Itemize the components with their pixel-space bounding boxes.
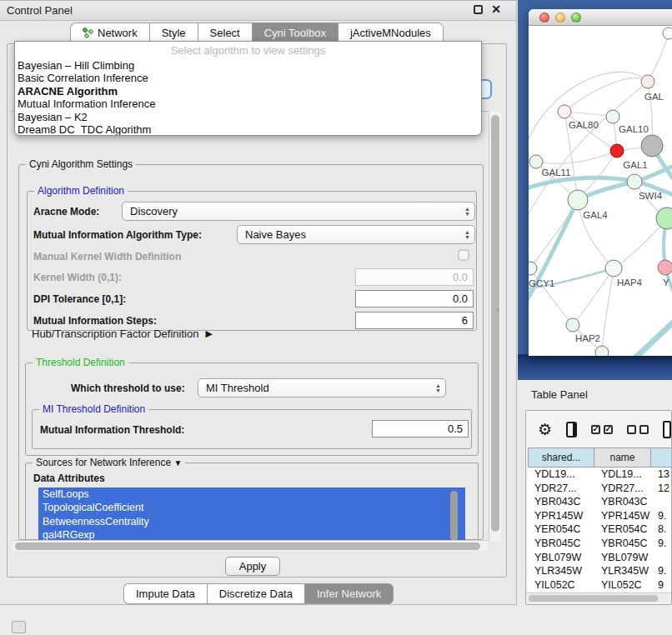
table-cell[interactable]: 9. <box>651 509 672 523</box>
network-node[interactable] <box>641 135 663 157</box>
table-row[interactable]: YBR043CYBR043C <box>528 495 672 509</box>
network-edge[interactable] <box>536 151 617 163</box>
minimize-traffic-light[interactable] <box>555 12 565 22</box>
table-row[interactable]: YPR145WYPR145W9. <box>528 509 672 523</box>
close-icon[interactable]: ✕ <box>491 5 501 14</box>
table-column-header[interactable]: name <box>594 448 651 468</box>
network-node[interactable] <box>663 28 672 39</box>
network-canvas[interactable]: GALGAL80GAL10GAL1SWI4GAL11GAL4GCY1HAP4YH… <box>529 26 672 356</box>
table-cell[interactable]: YLR345W <box>528 564 594 578</box>
sources-group-title[interactable]: Sources for Network Inference ▼ <box>33 457 185 468</box>
algorithm-option[interactable]: Basic Correlation Inference <box>15 72 481 84</box>
network-edge[interactable] <box>602 268 614 352</box>
algorithm-option[interactable]: ARACNE Algorithm <box>15 85 481 98</box>
network-edge[interactable] <box>648 33 669 82</box>
table-cell[interactable]: YER054C <box>594 522 651 537</box>
zoom-traffic-light[interactable] <box>571 12 581 22</box>
table-cell[interactable] <box>651 551 672 565</box>
table-cell[interactable]: 9 <box>651 578 672 592</box>
table-cell[interactable]: YDR27... <box>594 482 651 496</box>
network-node[interactable] <box>568 190 588 210</box>
scrollbar-thumb[interactable] <box>529 595 658 602</box>
scrollbar-thumb[interactable] <box>491 115 499 532</box>
attribute-list-scrollbar[interactable] <box>450 491 458 541</box>
attribute-list-item[interactable]: BetweennessCentrality <box>38 515 465 528</box>
network-node[interactable] <box>595 346 609 356</box>
network-node[interactable] <box>529 262 537 275</box>
table-cell[interactable]: 13 <box>651 468 672 482</box>
table-cell[interactable]: YDL19... <box>594 468 651 482</box>
algorithm-option[interactable]: Bayesian – Hill Climbing <box>15 59 481 72</box>
table-row[interactable]: YDR27...YDR27...12 <box>528 482 672 496</box>
document-icon[interactable] <box>663 421 671 438</box>
network-edge-highlighted[interactable] <box>529 200 578 306</box>
table-cell[interactable]: YIL052C <box>594 578 651 592</box>
network-node[interactable] <box>529 155 543 168</box>
tab-infer-network[interactable]: Infer Network <box>304 583 394 604</box>
settings-horizontal-scrollbar[interactable] <box>13 540 488 551</box>
tab-impute-data[interactable]: Impute Data <box>123 583 207 604</box>
aracne-mode-combo[interactable]: Discovery ▲▼ <box>122 202 475 221</box>
table-cell[interactable]: YBL079W <box>594 551 651 565</box>
table-horizontal-scrollbar[interactable] <box>526 592 671 602</box>
algorithm-option[interactable]: Bayesian – K2 <box>15 111 481 123</box>
table-row[interactable]: YER054CYER054C8. <box>528 522 672 537</box>
network-edge[interactable] <box>530 268 573 325</box>
network-node[interactable] <box>641 75 654 88</box>
table-cell[interactable]: 9. <box>651 537 672 551</box>
settings-vertical-scrollbar[interactable] <box>489 112 501 542</box>
algorithm-option[interactable]: Dream8 DC_TDC Algorithm <box>15 123 481 136</box>
deselect-all-checks-icon[interactable] <box>627 425 649 434</box>
table-cell[interactable]: YIL052C <box>528 578 594 592</box>
gear-icon[interactable]: ⚙ <box>538 422 552 438</box>
table-cell[interactable]: YBR045C <box>594 537 651 551</box>
table-cell[interactable] <box>651 495 672 509</box>
table-row[interactable]: YDL19...YDL19...13 <box>528 468 672 482</box>
mi-threshold-field[interactable]: 0.5 <box>372 420 469 438</box>
hub-definition-toggle[interactable]: Hub/Transcription Factor Definition ▶ <box>32 328 213 340</box>
network-edge[interactable] <box>564 112 613 117</box>
table-cell[interactable]: YER054C <box>528 522 594 537</box>
network-edge[interactable] <box>564 78 648 112</box>
attribute-list-item[interactable]: SelfLoops <box>38 488 465 501</box>
table-row[interactable]: YLR345WYLR345W9. <box>528 564 672 578</box>
network-node[interactable] <box>566 318 579 332</box>
table-column-header[interactable]: shared... <box>528 448 594 468</box>
table-row[interactable]: YIL052CYIL052C9 <box>528 578 672 592</box>
table-cell[interactable]: 12 <box>651 482 672 496</box>
algorithm-option[interactable]: Mutual Information Inference <box>15 98 481 110</box>
table-cell[interactable]: YPR145W <box>528 509 594 523</box>
table-cell[interactable]: YDR27... <box>528 482 594 496</box>
table-column-header[interactable]: A <box>651 448 672 468</box>
close-traffic-light[interactable] <box>539 12 549 22</box>
table-row[interactable]: YBR045CYBR045C9. <box>528 537 672 551</box>
mi-steps-field[interactable]: 6 <box>355 312 474 329</box>
network-node[interactable] <box>606 110 619 123</box>
table-cell[interactable]: 8. <box>651 522 672 537</box>
network-node[interactable] <box>658 260 672 275</box>
table-cell[interactable]: YDL19... <box>528 468 594 482</box>
network-edge-highlighted[interactable] <box>634 312 672 356</box>
columns-icon[interactable] <box>566 422 577 438</box>
attribute-list-item[interactable]: TopologicalCoefficient <box>38 501 465 514</box>
table-cell[interactable]: 9. <box>651 564 672 578</box>
dpi-tolerance-field[interactable]: 0.0 <box>355 290 474 308</box>
network-edge[interactable] <box>529 72 648 151</box>
network-node[interactable] <box>558 105 571 118</box>
network-edge[interactable] <box>573 268 614 325</box>
table-cell[interactable]: YBL079W <box>528 551 594 565</box>
apply-button[interactable]: Apply <box>225 557 280 576</box>
tab-discretize-data[interactable]: Discretize Data <box>207 583 304 604</box>
data-attributes-list[interactable]: SelfLoopsTopologicalCoefficientBetweenne… <box>38 488 465 544</box>
float-window-icon[interactable] <box>474 5 483 14</box>
split-pane-arrow[interactable]: › <box>496 305 499 314</box>
scrollbar-thumb[interactable] <box>15 542 480 550</box>
network-edge[interactable] <box>529 82 648 222</box>
table-cell[interactable]: YBR045C <box>528 537 594 551</box>
select-all-checks-icon[interactable] <box>591 425 613 434</box>
table-row[interactable]: YBL079WYBL079W <box>528 551 672 565</box>
table-cell[interactable]: YBR043C <box>528 495 594 509</box>
minimized-panel-icon[interactable] <box>12 621 26 633</box>
network-node[interactable] <box>610 144 624 158</box>
table-cell[interactable]: YLR345W <box>594 564 651 578</box>
